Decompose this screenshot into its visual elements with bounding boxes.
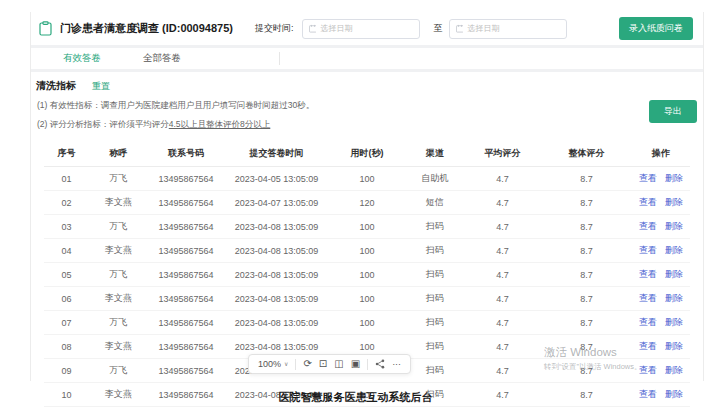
cell-channel: 扫码 bbox=[406, 287, 464, 311]
table-header-row: 序号称呼联系号码提交答卷时间用时(秒)渠道平均评分整体评分操作 bbox=[44, 141, 690, 167]
view-link[interactable]: 查看 bbox=[639, 341, 657, 351]
end-date-input[interactable] bbox=[467, 24, 559, 33]
cell-overall: 8.7 bbox=[541, 215, 631, 239]
view-link[interactable]: 查看 bbox=[639, 317, 657, 327]
delete-link[interactable]: 删除 bbox=[665, 197, 683, 207]
cell-phone: 13495867564 bbox=[147, 335, 225, 359]
cell-no: 02 bbox=[44, 191, 89, 215]
cell-actions: 查看删除 bbox=[632, 311, 690, 335]
view-link[interactable]: 查看 bbox=[639, 293, 657, 303]
cell-name: 万飞 bbox=[89, 215, 147, 239]
date-range-start[interactable] bbox=[302, 19, 420, 39]
view-link[interactable]: 查看 bbox=[639, 365, 657, 375]
cell-time: 2023-04-08 13:05:09 bbox=[225, 239, 328, 263]
cell-no: 04 bbox=[44, 239, 89, 263]
refresh-icon[interactable]: ⟳ bbox=[303, 359, 311, 369]
delete-link[interactable]: 删除 bbox=[665, 245, 683, 255]
tab-divider bbox=[279, 52, 280, 65]
capture-icon[interactable]: ⊡ bbox=[319, 359, 327, 369]
cell-time: 2023-04-08 13:05:09 bbox=[225, 215, 328, 239]
delete-link[interactable]: 删除 bbox=[665, 365, 683, 375]
delete-link[interactable]: 删除 bbox=[665, 293, 683, 303]
cell-channel: 扫码 bbox=[406, 215, 464, 239]
cell-avg: 4.7 bbox=[464, 239, 542, 263]
delete-link[interactable]: 删除 bbox=[665, 269, 683, 279]
chevron-down-icon: ∨ bbox=[284, 361, 288, 367]
cell-duration: 100 bbox=[328, 311, 406, 335]
tab-all-answers[interactable]: 全部答卷 bbox=[143, 52, 181, 65]
cell-no: 09 bbox=[44, 359, 89, 383]
paper-entry-button[interactable]: 录入纸质问卷 bbox=[619, 17, 693, 40]
export-button[interactable]: 导出 bbox=[649, 100, 697, 123]
start-date-input[interactable] bbox=[320, 24, 412, 33]
cell-duration: 100 bbox=[328, 239, 406, 263]
delete-link[interactable]: 删除 bbox=[665, 341, 683, 351]
zoom-selector[interactable]: 100% ∨ bbox=[258, 360, 288, 369]
cell-phone: 13495867564 bbox=[147, 263, 225, 287]
fit-page-icon[interactable]: ◫ bbox=[334, 359, 343, 369]
cell-duration: 100 bbox=[328, 263, 406, 287]
clipboard-icon bbox=[39, 21, 52, 36]
cell-actions: 查看删除 bbox=[632, 287, 690, 311]
view-link[interactable]: 查看 bbox=[639, 197, 657, 207]
cell-avg: 4.7 bbox=[464, 263, 542, 287]
share-icon[interactable] bbox=[375, 359, 385, 369]
view-link[interactable]: 查看 bbox=[639, 221, 657, 231]
cell-name: 李文燕 bbox=[89, 191, 147, 215]
cell-actions: 查看删除 bbox=[632, 263, 690, 287]
main-panel: 清洗指标 重置 (1) 有效性指标：调查用户为医院建档用户且用户填写问卷时间超过… bbox=[31, 72, 703, 381]
cell-channel: 短信 bbox=[406, 191, 464, 215]
delete-link[interactable]: 删除 bbox=[665, 173, 683, 183]
cell-phone: 13495867564 bbox=[147, 359, 225, 383]
cell-no: 05 bbox=[44, 263, 89, 287]
cell-overall: 8.7 bbox=[541, 191, 631, 215]
view-link[interactable]: 查看 bbox=[639, 269, 657, 279]
cell-name: 万飞 bbox=[89, 359, 147, 383]
column-header: 平均评分 bbox=[464, 141, 542, 167]
cell-overall: 8.7 bbox=[541, 359, 631, 383]
cell-avg: 4.7 bbox=[464, 191, 542, 215]
table-row: 05万飞134958675642023-04-08 13:05:09100扫码4… bbox=[44, 263, 690, 287]
cell-phone: 13495867564 bbox=[147, 215, 225, 239]
reset-link[interactable]: 重置 bbox=[92, 80, 110, 93]
cell-actions: 查看删除 bbox=[632, 167, 690, 191]
cell-phone: 13495867564 bbox=[147, 191, 225, 215]
column-header: 提交答卷时间 bbox=[225, 141, 328, 167]
cell-name: 李文燕 bbox=[89, 239, 147, 263]
date-range-end[interactable] bbox=[449, 19, 567, 39]
cell-time: 2023-04-07 13:05:09 bbox=[225, 191, 328, 215]
delete-link[interactable]: 删除 bbox=[665, 221, 683, 231]
delete-link[interactable]: 删除 bbox=[665, 317, 683, 327]
column-header: 操作 bbox=[632, 141, 690, 167]
zoom-level: 100% bbox=[258, 360, 281, 369]
cell-time: 2023-04-05 13:05:09 bbox=[225, 167, 328, 191]
view-link[interactable]: 查看 bbox=[639, 173, 657, 183]
cell-avg: 4.7 bbox=[464, 167, 542, 191]
cell-overall: 8.7 bbox=[541, 263, 631, 287]
cell-actions: 查看删除 bbox=[632, 359, 690, 383]
page-caption: 医院智慧服务医患互动系统后台 bbox=[0, 390, 711, 405]
column-header: 渠道 bbox=[406, 141, 464, 167]
submit-time-label: 提交时间: bbox=[255, 22, 294, 35]
date-to-label: 至 bbox=[434, 22, 443, 35]
cell-duration: 100 bbox=[328, 167, 406, 191]
table-row: 06李文燕134958675642023-04-08 13:05:09100扫码… bbox=[44, 287, 690, 311]
table-row: 02李文燕134958675642023-04-07 13:05:09120短信… bbox=[44, 191, 690, 215]
fit-width-icon[interactable]: ▣ bbox=[351, 359, 360, 369]
view-link[interactable]: 查看 bbox=[639, 245, 657, 255]
cell-actions: 查看删除 bbox=[632, 239, 690, 263]
cell-channel: 扫码 bbox=[406, 335, 464, 359]
more-icon[interactable]: ··· bbox=[392, 360, 401, 369]
survey-header: 门诊患者满意度调查 (ID:00094875) 提交时间: 至 录入纸质问卷 bbox=[31, 12, 703, 45]
table-row: 01万飞134958675642023-04-05 13:05:09100自助机… bbox=[44, 167, 690, 191]
cell-overall: 8.7 bbox=[541, 335, 631, 359]
cell-channel: 自助机 bbox=[406, 167, 464, 191]
cell-phone: 13495867564 bbox=[147, 287, 225, 311]
tab-valid-answers[interactable]: 有效答卷 bbox=[63, 52, 101, 65]
app-root: { "colors": { "accent_green": "#2aa87e",… bbox=[0, 0, 711, 416]
rule-score-underlined: 4.5以上且整体评价8分以上 bbox=[169, 119, 271, 129]
cell-no: 06 bbox=[44, 287, 89, 311]
cell-avg: 4.7 bbox=[464, 215, 542, 239]
column-header: 整体评分 bbox=[541, 141, 631, 167]
cell-overall: 8.7 bbox=[541, 287, 631, 311]
